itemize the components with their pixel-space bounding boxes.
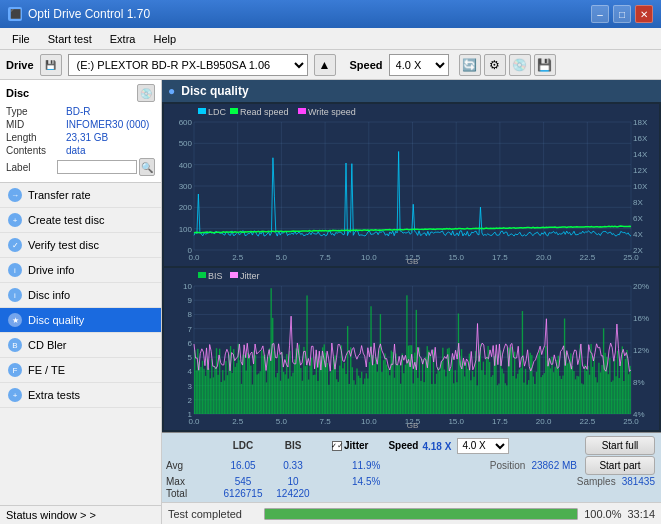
status-window-btn[interactable]: Status window > > <box>0 505 161 524</box>
disc-panel-icon-btn[interactable]: 💿 <box>137 84 155 102</box>
sidebar-item-label: CD Bler <box>28 339 67 351</box>
total-label: Total <box>166 488 218 499</box>
avg-bis-val: 0.33 <box>268 460 318 471</box>
drive-bar: Drive 💾 (E:) PLEXTOR BD-R PX-LB950SA 1.0… <box>0 50 661 80</box>
sidebar-item-label: Disc info <box>28 289 70 301</box>
disc-info-icon: i <box>8 288 22 302</box>
sidebar-item-label: Extra tests <box>28 389 80 401</box>
disc-mid-row: MID INFOMER30 (000) <box>6 119 155 130</box>
menu-file[interactable]: File <box>4 31 38 47</box>
chart-top <box>164 104 659 266</box>
progress-track <box>264 508 578 520</box>
speed-value: 4.18 X <box>422 441 451 452</box>
title-bar: ⬛ Opti Drive Control 1.70 – □ ✕ <box>0 0 661 28</box>
save-button[interactable]: 💾 <box>534 54 556 76</box>
progress-bar-container: Test completed 100.0% 33:14 <box>162 502 661 524</box>
stats-total-row: Total 6126715 124220 <box>166 488 655 499</box>
chart-bottom <box>164 268 659 430</box>
sidebar-item-label: Verify test disc <box>28 239 99 251</box>
title-bar-left: ⬛ Opti Drive Control 1.70 <box>8 7 150 21</box>
samples-val: 381435 <box>622 476 655 487</box>
extra-tests-icon: + <box>8 388 22 402</box>
drive-icon: 💾 <box>40 54 62 76</box>
bottom-chart-canvas <box>164 268 659 430</box>
sidebar-item-disc-info[interactable]: i Disc info <box>0 283 161 308</box>
maximize-button[interactable]: □ <box>613 5 631 23</box>
content-icon: ● <box>168 84 175 98</box>
window-controls: – □ ✕ <box>591 5 653 23</box>
disc-panel-header: Disc 💿 <box>6 84 155 102</box>
total-bis-val: 124220 <box>268 488 318 499</box>
sidebar-item-label: Drive info <box>28 264 74 276</box>
content-area: ● Disc quality LDC BIS ✓ Jitter <box>162 80 661 524</box>
speed-header: Speed <box>388 440 418 451</box>
max-jitter-val: 14.5% <box>352 476 380 487</box>
avg-jitter-val: 11.9% <box>352 460 380 471</box>
sidebar-item-label: FE / TE <box>28 364 65 376</box>
sidebar-item-create-test-disc[interactable]: + Create test disc <box>0 208 161 233</box>
stats-bis-header: BIS <box>268 440 318 451</box>
sidebar-item-fe-te[interactable]: F FE / TE <box>0 358 161 383</box>
disc-label-row: Label 🔍 <box>6 158 155 176</box>
disc-label-input[interactable] <box>57 160 137 174</box>
drive-select[interactable]: (E:) PLEXTOR BD-R PX-LB950SA 1.06 <box>68 54 308 76</box>
speed-label: Speed <box>350 59 383 71</box>
progress-fill <box>265 509 577 519</box>
start-part-button[interactable]: Start part <box>585 456 655 475</box>
menu-extra[interactable]: Extra <box>102 31 144 47</box>
disc-length-label: Length <box>6 132 66 143</box>
start-full-button[interactable]: Start full <box>585 436 655 455</box>
stats-headers: LDC BIS ✓ Jitter Speed 4.18 X 4.0 X 2.0 … <box>166 436 655 455</box>
speed-dropdown[interactable]: 4.0 X 2.0 X <box>457 438 509 454</box>
verify-test-disc-icon: ✓ <box>8 238 22 252</box>
disc-button[interactable]: 💿 <box>509 54 531 76</box>
menu-bar: File Start test Extra Help <box>0 28 661 50</box>
total-ldc-val: 6126715 <box>218 488 268 499</box>
sidebar-item-label: Disc quality <box>28 314 84 326</box>
sidebar-item-disc-quality[interactable]: ★ Disc quality <box>0 308 161 333</box>
jitter-header: Jitter <box>344 440 368 451</box>
stats-max-row: Max 545 10 14.5% Samples 381435 <box>166 476 655 487</box>
sidebar: Disc 💿 Type BD-R MID INFOMER30 (000) Len… <box>0 80 162 524</box>
minimize-button[interactable]: – <box>591 5 609 23</box>
stats-avg-row: Avg 16.05 0.33 11.9% Position 23862 MB S… <box>166 456 655 475</box>
refresh-button[interactable]: 🔄 <box>459 54 481 76</box>
disc-type-val: BD-R <box>66 106 155 117</box>
speed-select[interactable]: 4.0 X 2.0 X 8.0 X <box>389 54 449 76</box>
content-header: ● Disc quality <box>162 80 661 102</box>
disc-label-label: Label <box>6 162 57 173</box>
main-layout: Disc 💿 Type BD-R MID INFOMER30 (000) Len… <box>0 80 661 524</box>
position-label: Position <box>490 460 526 471</box>
stats-ldc-header: LDC <box>218 440 268 451</box>
sidebar-item-drive-info[interactable]: i Drive info <box>0 258 161 283</box>
disc-contents-label: Contents <box>6 145 66 156</box>
sidebar-item-verify-test-disc[interactable]: ✓ Verify test disc <box>0 233 161 258</box>
progress-status: Test completed <box>168 508 258 520</box>
cd-bler-icon: B <box>8 338 22 352</box>
drive-label: Drive <box>6 59 34 71</box>
disc-label-search-btn[interactable]: 🔍 <box>139 158 155 176</box>
avg-label: Avg <box>166 460 218 471</box>
stats-area: LDC BIS ✓ Jitter Speed 4.18 X 4.0 X 2.0 … <box>162 432 661 502</box>
sidebar-item-extra-tests[interactable]: + Extra tests <box>0 383 161 408</box>
avg-ldc-val: 16.05 <box>218 460 268 471</box>
disc-quality-icon: ★ <box>8 313 22 327</box>
progress-time: 33:14 <box>627 508 655 520</box>
jitter-checkbox[interactable]: ✓ <box>332 441 342 451</box>
eject-button[interactable]: ▲ <box>314 54 336 76</box>
sidebar-item-label: Transfer rate <box>28 189 91 201</box>
settings-button[interactable]: ⚙ <box>484 54 506 76</box>
sidebar-item-label: Create test disc <box>28 214 104 226</box>
sidebar-item-transfer-rate[interactable]: → Transfer rate <box>0 183 161 208</box>
max-ldc-val: 545 <box>218 476 268 487</box>
charts-container <box>162 102 661 432</box>
menu-help[interactable]: Help <box>145 31 184 47</box>
disc-length-val: 23,31 GB <box>66 132 155 143</box>
max-label: Max <box>166 476 218 487</box>
top-chart-canvas <box>164 104 659 266</box>
close-button[interactable]: ✕ <box>635 5 653 23</box>
disc-contents-row: Contents data <box>6 145 155 156</box>
drive-info-icon: i <box>8 263 22 277</box>
menu-start-test[interactable]: Start test <box>40 31 100 47</box>
sidebar-item-cd-bler[interactable]: B CD Bler <box>0 333 161 358</box>
